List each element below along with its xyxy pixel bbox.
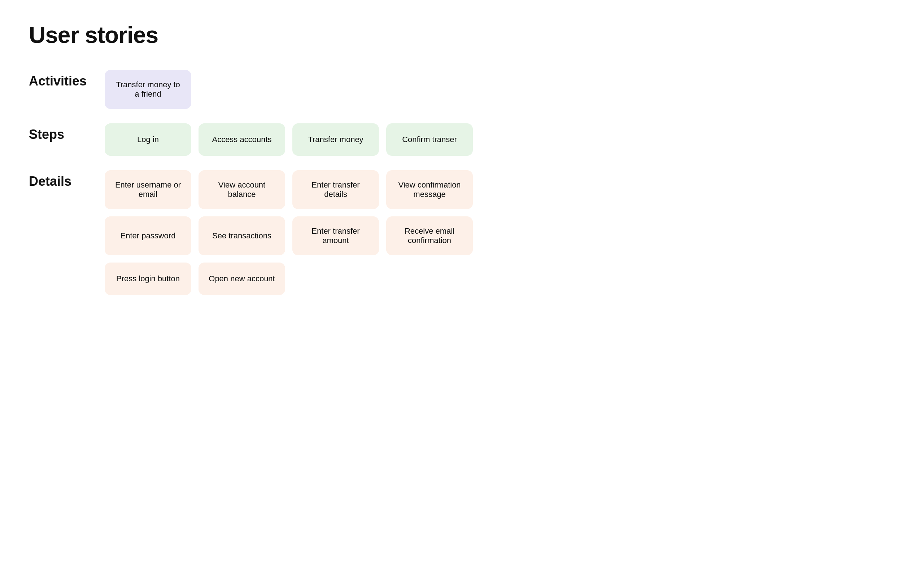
details-section: Details Enter username or email View acc… [29,170,895,295]
details-rows: Enter username or email View account bal… [105,170,473,295]
detail-card-1-2[interactable]: Enter transfer amount [292,216,379,255]
steps-section: Steps Log in Access accounts Transfer mo… [29,123,895,156]
details-row-2: Press login button Open new account [105,263,473,295]
step-card-3[interactable]: Confirm transer [386,123,473,156]
steps-label: Steps [29,123,94,142]
activity-card-0[interactable]: Transfer money to a friend [105,70,191,109]
step-card-2[interactable]: Transfer money [292,123,379,156]
detail-card-1-3[interactable]: Receive email confirmation [386,216,473,255]
detail-card-1-0[interactable]: Enter password [105,216,191,255]
details-row-1: Enter password See transactions Enter tr… [105,216,473,255]
detail-card-0-0[interactable]: Enter username or email [105,170,191,209]
activities-section: Activities Transfer money to a friend [29,70,895,109]
detail-card-1-1[interactable]: See transactions [199,216,285,255]
activities-cards-row: Transfer money to a friend [105,70,895,109]
detail-card-0-3[interactable]: View confirmation message [386,170,473,209]
steps-cards-row: Log in Access accounts Transfer money Co… [105,123,895,156]
page-title: User stories [29,22,895,48]
step-card-1[interactable]: Access accounts [199,123,285,156]
detail-card-2-1[interactable]: Open new account [199,263,285,295]
details-row-0: Enter username or email View account bal… [105,170,473,209]
detail-card-0-1[interactable]: View account balance [199,170,285,209]
step-card-0[interactable]: Log in [105,123,191,156]
details-label: Details [29,170,94,189]
detail-card-0-2[interactable]: Enter transfer details [292,170,379,209]
activities-label: Activities [29,70,94,89]
detail-card-2-0[interactable]: Press login button [105,263,191,295]
